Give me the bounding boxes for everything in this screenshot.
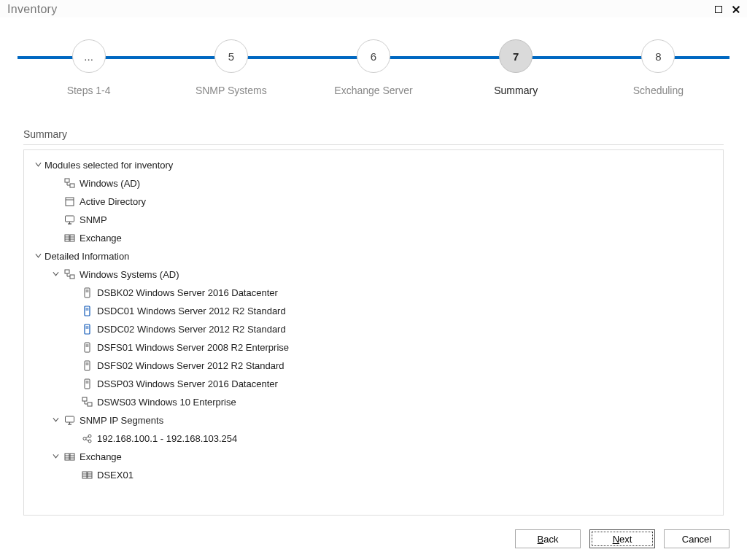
wizard-step-2[interactable]: 5SNMP Systems: [160, 39, 302, 96]
close-button[interactable]: [729, 3, 743, 16]
exchange-icon: [63, 233, 75, 244]
wizard-button-bar: Back Next Cancel: [515, 529, 729, 548]
exchange-icon: [81, 470, 93, 481]
chevron-down-icon[interactable]: [50, 416, 61, 426]
tree-label: SNMP IP Segments: [80, 415, 163, 426]
cancel-button[interactable]: Cancel: [664, 529, 729, 548]
titlebar: Inventory: [0, 0, 747, 18]
tree-label: DSSP03 Windows Server 2016 Datacenter: [97, 378, 278, 389]
tree-row[interactable]: Active Directory: [28, 192, 719, 211]
tree-label: SNMP: [80, 214, 107, 225]
close-icon: [732, 5, 740, 14]
window-title: Inventory: [7, 3, 58, 16]
tree-row[interactable]: SNMP IP Segments: [28, 411, 719, 429]
wizard-step-1[interactable]: ...Steps 1-4: [18, 39, 160, 96]
server-icon: [81, 287, 93, 299]
server-icon: [81, 342, 93, 354]
tree-row[interactable]: DSDC02 Windows Server 2012 R2 Standard: [28, 320, 719, 338]
wizard-step-circle: ...: [72, 39, 106, 73]
chevron-down-icon[interactable]: [33, 252, 43, 262]
wizard-step-circle: 6: [357, 39, 390, 73]
window-controls: [712, 3, 743, 16]
section-header: Summary: [23, 128, 724, 145]
network-icon: [63, 269, 75, 281]
tree-label: DSFS01 Windows Server 2008 R2 Enterprise: [97, 342, 289, 353]
next-rest: ext: [619, 534, 632, 545]
wizard-steps: ...Steps 1-45SNMP Systems6Exchange Serve…: [18, 39, 729, 120]
tree-row[interactable]: Exchange: [28, 229, 719, 247]
tree-label: DSWS03 Windows 10 Enterprise: [97, 397, 236, 408]
exchange-icon: [63, 451, 75, 463]
tree-row[interactable]: Exchange: [28, 448, 719, 466]
wizard-step-label: Scheduling: [587, 85, 729, 96]
tree-row[interactable]: SNMP: [28, 211, 719, 229]
tree-row[interactable]: DSBK02 Windows Server 2016 Datacenter: [28, 284, 719, 302]
monitor-icon: [63, 214, 75, 226]
chevron-down-icon[interactable]: [50, 452, 61, 462]
segment-icon: [81, 433, 93, 445]
tree-label: DSDC02 Windows Server 2012 R2 Standard: [97, 324, 286, 335]
wizard-step-circle: 7: [499, 39, 533, 73]
back-mnemonic: B: [538, 534, 544, 545]
directory-icon: [63, 196, 75, 208]
tree-label: Windows (AD): [80, 178, 140, 189]
next-button[interactable]: Next: [589, 529, 655, 548]
tree-row[interactable]: Detailed Information: [28, 247, 719, 265]
tree-label: 192.168.100.1 - 192.168.103.254: [97, 433, 237, 444]
server-blue-icon: [81, 306, 93, 317]
tree-row[interactable]: DSFS02 Windows Server 2012 R2 Standard: [28, 357, 719, 375]
monitor-icon: [63, 415, 75, 427]
tree-label: Windows Systems (AD): [80, 269, 179, 280]
tree-row[interactable]: 192.168.100.1 - 192.168.103.254: [28, 429, 719, 448]
back-button[interactable]: Back: [515, 529, 581, 548]
tree-row[interactable]: DSEX01: [28, 466, 719, 484]
wizard-step-label: Exchange Server: [302, 85, 444, 96]
server-icon: [81, 378, 93, 390]
tree-row[interactable]: DSDC01 Windows Server 2012 R2 Standard: [28, 302, 719, 320]
server-icon: [81, 360, 93, 372]
tree-label: Exchange: [80, 233, 122, 244]
wizard-step-5[interactable]: 8Scheduling: [587, 39, 729, 96]
tree-row[interactable]: Modules selected for inventory: [28, 156, 719, 174]
network-icon: [81, 397, 93, 408]
tree-row[interactable]: DSSP03 Windows Server 2016 Datacenter: [28, 375, 719, 393]
chevron-down-icon[interactable]: [33, 160, 43, 171]
wizard-step-circle: 8: [641, 39, 675, 73]
tree-label: DSBK02 Windows Server 2016 Datacenter: [97, 287, 278, 298]
wizard-step-label: SNMP Systems: [160, 85, 302, 96]
tree-label: Exchange: [80, 451, 122, 462]
network-icon: [63, 178, 75, 190]
wizard-step-4[interactable]: 7Summary: [445, 39, 587, 96]
maximize-icon: [715, 6, 722, 13]
chevron-down-icon[interactable]: [50, 270, 61, 280]
tree-label: Detailed Information: [44, 251, 129, 262]
next-mnemonic: N: [613, 534, 619, 545]
wizard-step-3[interactable]: 6Exchange Server: [302, 39, 444, 96]
tree-row[interactable]: DSWS03 Windows 10 Enterprise: [28, 393, 719, 411]
tree-label: DSFS02 Windows Server 2012 R2 Standard: [97, 360, 285, 371]
wizard-step-circle: 5: [214, 39, 248, 73]
tree-label: Active Directory: [80, 196, 146, 207]
summary-tree-panel: Modules selected for inventoryWindows (A…: [23, 149, 724, 516]
wizard-step-label: Steps 1-4: [18, 85, 160, 96]
maximize-button[interactable]: [712, 3, 725, 16]
server-blue-icon: [81, 324, 93, 335]
tree-row[interactable]: DSFS01 Windows Server 2008 R2 Enterprise: [28, 338, 719, 357]
back-rest: ack: [543, 534, 558, 545]
tree-label: DSEX01: [97, 470, 133, 481]
tree-row[interactable]: Windows Systems (AD): [28, 265, 719, 284]
tree-row[interactable]: Windows (AD): [28, 174, 719, 192]
tree-label: DSDC01 Windows Server 2012 R2 Standard: [97, 306, 286, 316]
tree-label: Modules selected for inventory: [44, 160, 173, 171]
wizard-step-label: Summary: [445, 85, 587, 96]
